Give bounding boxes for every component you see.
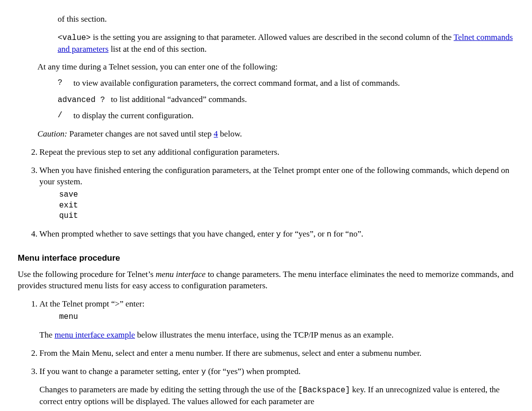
list-number: 2. <box>26 348 39 359</box>
help-row-advanced: advanced ? to list additional “advanced”… <box>58 94 514 105</box>
m1-body: At the Telnet prompt “>” enter: menu The… <box>39 299 514 341</box>
code-menu: menu <box>59 312 514 323</box>
step3-body: When you have finished entering the conf… <box>39 165 514 222</box>
caution-paragraph: Caution: Parameter changes are not saved… <box>37 129 514 140</box>
m3-line1: If you want to change a parameter settin… <box>39 366 514 378</box>
help-row-slash: / to display the current configuration. <box>58 110 514 122</box>
m1-followup: The menu interface example below illustr… <box>39 330 514 341</box>
code-n: n <box>327 230 332 239</box>
list-number: 3. <box>26 366 39 408</box>
code-quit: quit <box>59 211 514 222</box>
text: list at the end of this section. <box>111 44 207 54</box>
steps-list-upper: 2. Repeat the previous step to set any a… <box>26 147 514 240</box>
code-exit: exit <box>59 201 514 211</box>
list-number: 2. <box>26 147 39 158</box>
text: When prompted whether to save settings t… <box>39 229 276 239</box>
text: to display the current configuration. <box>73 110 194 122</box>
help-row-question: ? to view available configuration parame… <box>58 78 514 89</box>
command-block: save exit quit <box>59 190 514 222</box>
text-line: of this section. <box>58 14 514 25</box>
text: Parameter changes are not saved until st… <box>69 129 214 138</box>
text: for “no”. <box>333 229 363 239</box>
step4-body: When prompted whether to save settings t… <box>39 229 514 240</box>
text: Use the following procedure for Telnet’s <box>18 270 156 279</box>
m3-paragraph: Changes to parameters are made by editin… <box>39 384 514 408</box>
list-item: 1. At the Telnet prompt “>” enter: menu … <box>26 299 514 341</box>
m3-body: If you want to change a parameter settin… <box>39 366 514 408</box>
text: is the setting you are assigning to that… <box>93 33 453 42</box>
code-value-token: <value> <box>58 34 91 42</box>
text: to view available configuration paramete… <box>73 78 400 89</box>
text: Changes to parameters are made by editin… <box>39 385 298 394</box>
caution-label: Caution: <box>37 129 67 138</box>
list-item: 2. Repeat the previous step to set any a… <box>26 147 514 158</box>
list-item: 3. If you want to change a parameter set… <box>26 366 514 408</box>
code-y: y <box>276 230 281 239</box>
text: If you want to change a parameter settin… <box>39 367 201 376</box>
steps-list-menu: 1. At the Telnet prompt “>” enter: menu … <box>26 299 514 408</box>
text: (for “yes”) when prompted. <box>208 367 300 376</box>
text: to list additional “advanced” commands. <box>111 94 247 105</box>
text: Repeat the previous step to set any addi… <box>39 147 514 158</box>
text: The <box>39 330 55 340</box>
code-slash: / <box>58 110 73 122</box>
text: for “yes”, or <box>283 229 327 239</box>
text: below. <box>220 129 242 138</box>
link-step-4[interactable]: 4 <box>214 129 218 138</box>
any-time-paragraph: At any time during a Telnet session, you… <box>37 62 514 73</box>
help-list: ? to view available configuration parame… <box>58 78 514 122</box>
continuation-fragment: of this section. <value> is the setting … <box>58 14 514 55</box>
list-number: 4. <box>26 229 39 240</box>
menu-intro-paragraph: Use the following procedure for Telnet’s… <box>18 269 514 292</box>
list-item: 4. When prompted whether to save setting… <box>26 229 514 240</box>
text: below illustrates the menu interface, us… <box>137 330 394 340</box>
text: From the Main Menu, select and enter a m… <box>39 348 514 359</box>
list-item: 3. When you have finished entering the c… <box>26 165 514 222</box>
list-number: 3. <box>26 165 39 222</box>
list-number: 1. <box>26 299 39 341</box>
page-body: { "top": { "frag_of_section": "of this s… <box>0 0 532 408</box>
code-backspace: [Backspace] <box>298 386 350 395</box>
code-y: y <box>201 368 206 377</box>
text: At the Telnet prompt “>” enter: <box>39 299 144 308</box>
heading-menu-interface: Menu interface procedure <box>18 253 514 264</box>
code-save: save <box>59 190 514 201</box>
list-item: 2. From the Main Menu, select and enter … <box>26 348 514 359</box>
italic-text: menu interface <box>156 270 206 279</box>
text: When you have finished entering the conf… <box>39 166 509 186</box>
text: At any time during a Telnet session, you… <box>37 62 278 71</box>
value-paragraph: <value> is the setting you are assigning… <box>58 32 514 55</box>
code-advanced: advanced ? <box>58 95 111 105</box>
code-q: ? <box>58 78 73 89</box>
link-menu-example[interactable]: menu interface example <box>55 330 135 340</box>
